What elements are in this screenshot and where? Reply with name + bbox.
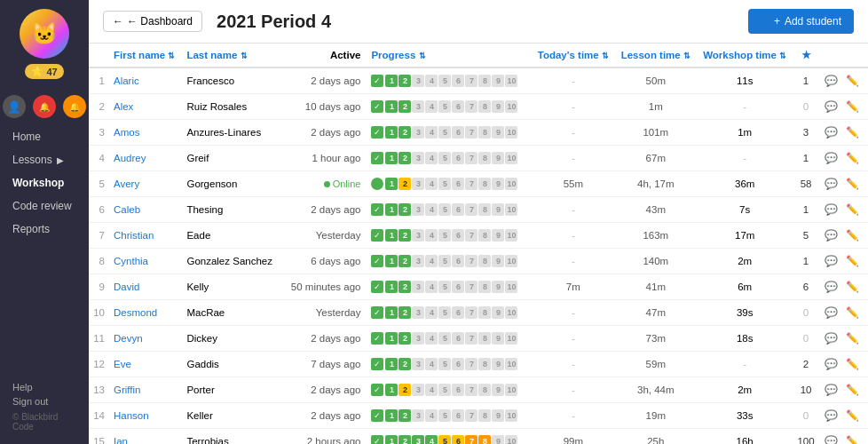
col-active: Active xyxy=(282,44,368,67)
col-first-name[interactable]: First name ⇅ xyxy=(110,44,183,67)
message-icon[interactable]: 💬 xyxy=(823,123,840,141)
edit-icon[interactable]: ✏️ xyxy=(844,432,862,444)
col-last-name[interactable]: Last name ⇅ xyxy=(183,44,281,67)
message-icon[interactable]: 💬 xyxy=(823,407,840,424)
message-icon[interactable]: 💬 xyxy=(823,278,840,296)
student-last-name: Dickey xyxy=(183,326,281,352)
student-workshop-time: 39s xyxy=(697,300,793,326)
student-first-name[interactable]: David xyxy=(110,274,183,300)
code-review-label: Code review xyxy=(12,200,72,212)
table-row: 10DesmondMacRaeYesterday✓12345678910-47m… xyxy=(89,300,868,326)
student-star-count: 0 xyxy=(793,403,819,429)
col-lesson-time[interactable]: Lesson time ⇅ xyxy=(615,44,697,67)
sidebar-item-home[interactable]: Home xyxy=(0,125,89,148)
student-first-name[interactable]: Griffin xyxy=(110,377,183,403)
edit-icon[interactable]: ✏️ xyxy=(844,175,862,193)
message-icon[interactable]: 💬 xyxy=(823,201,840,218)
student-first-name[interactable]: Audrey xyxy=(110,146,183,171)
student-todays-time: - xyxy=(532,403,615,429)
student-star-count: 0 xyxy=(793,326,819,352)
edit-icon[interactable]: ✏️ xyxy=(844,72,862,90)
student-first-name[interactable]: Amos xyxy=(110,120,183,146)
add-student-icon: 👤+ xyxy=(761,15,780,28)
sign-out-link[interactable]: Sign out xyxy=(12,396,76,407)
student-star-count: 0 xyxy=(793,94,819,120)
student-workshop-time: - xyxy=(697,352,793,377)
student-first-name[interactable]: Alaric xyxy=(110,67,183,94)
sidebar-item-code-review[interactable]: Code review xyxy=(0,194,89,218)
student-first-name[interactable]: Caleb xyxy=(110,197,183,223)
message-icon[interactable]: 💬 xyxy=(823,98,840,115)
edit-icon[interactable]: ✏️ xyxy=(844,123,862,141)
col-progress[interactable]: Progress ⇅ xyxy=(367,44,531,67)
edit-icon[interactable]: ✏️ xyxy=(844,201,862,218)
student-last-name: Porter xyxy=(183,377,281,403)
table-row: 7ChristianEadeYesterday✓12345678910-163m… xyxy=(89,223,868,249)
help-link[interactable]: Help xyxy=(12,382,76,392)
sidebar-item-lessons[interactable]: Lessons ▶ xyxy=(0,148,89,171)
row-number: 7 xyxy=(89,223,110,249)
message-icon[interactable]: 💬 xyxy=(823,72,840,90)
student-first-name[interactable]: Ian xyxy=(110,429,183,445)
sidebar-item-workshop[interactable]: Workshop xyxy=(0,171,89,194)
student-actions: 💬✏️ xyxy=(819,300,868,326)
student-first-name[interactable]: Christian xyxy=(110,223,183,249)
reports-label: Reports xyxy=(12,223,50,235)
student-first-name[interactable]: Eve xyxy=(110,352,183,377)
student-last-name: MacRae xyxy=(183,300,281,326)
student-first-name[interactable]: Avery xyxy=(110,171,183,197)
edit-icon[interactable]: ✏️ xyxy=(844,98,862,115)
bell-red-btn[interactable]: 🔔 xyxy=(33,95,56,118)
back-label: ← Dashboard xyxy=(127,15,193,28)
sidebar-item-reports[interactable]: Reports xyxy=(0,218,89,241)
table-row: 5AveryGorgenson Online1234567891055m4h, … xyxy=(89,171,868,197)
col-todays-time[interactable]: Today's time ⇅ xyxy=(532,44,615,67)
bell-orange-btn[interactable]: 🔔 xyxy=(63,95,86,118)
message-icon[interactable]: 💬 xyxy=(823,175,840,193)
student-star-count: 58 xyxy=(793,171,819,197)
student-first-name[interactable]: Cynthia xyxy=(110,249,183,274)
edit-icon[interactable]: ✏️ xyxy=(844,407,862,424)
student-progress: ✓12345678910 xyxy=(367,352,531,377)
col-workshop-time[interactable]: Workshop time ⇅ xyxy=(697,44,793,67)
message-icon[interactable]: 💬 xyxy=(823,226,840,244)
student-last-name: Ruiz Rosales xyxy=(183,94,281,120)
edit-icon[interactable]: ✏️ xyxy=(844,381,862,399)
table-row: 15IanTerrobias2 hours ago✓1234567891099m… xyxy=(89,429,868,445)
edit-icon[interactable]: ✏️ xyxy=(844,329,862,347)
student-first-name[interactable]: Desmond xyxy=(110,300,183,326)
edit-icon[interactable]: ✏️ xyxy=(844,355,862,373)
student-lesson-time: 3h, 44m xyxy=(615,377,697,403)
student-todays-time: - xyxy=(532,197,615,223)
student-first-name[interactable]: Hanson xyxy=(110,403,183,429)
student-first-name[interactable]: Alex xyxy=(110,94,183,120)
icon-row: 👤 🔔 🔔 xyxy=(0,95,89,118)
student-star-count: 3 xyxy=(793,120,819,146)
add-student-button[interactable]: 👤+ Add student xyxy=(748,9,854,34)
edit-icon[interactable]: ✏️ xyxy=(844,252,862,270)
edit-icon[interactable]: ✏️ xyxy=(844,304,862,321)
edit-icon[interactable]: ✏️ xyxy=(844,149,862,167)
student-lesson-time: 67m xyxy=(615,146,697,171)
back-button[interactable]: ← ← Dashboard xyxy=(103,11,202,32)
message-icon[interactable]: 💬 xyxy=(823,432,840,444)
message-icon[interactable]: 💬 xyxy=(823,355,840,373)
student-workshop-time: 2m xyxy=(697,377,793,403)
message-icon[interactable]: 💬 xyxy=(823,149,840,167)
edit-icon[interactable]: ✏️ xyxy=(844,278,862,296)
student-first-name[interactable]: Devyn xyxy=(110,326,183,352)
student-star-count: 1 xyxy=(793,67,819,94)
message-icon[interactable]: 💬 xyxy=(823,252,840,270)
student-progress: ✓12345678910 xyxy=(367,146,531,171)
edit-icon[interactable]: ✏️ xyxy=(844,226,862,244)
student-progress: ✓12345678910 xyxy=(367,67,531,94)
sidebar: 🐱 ⭐ 47 👤 🔔 🔔 Home Lessons ▶ Workshop Cod… xyxy=(0,0,89,444)
message-icon[interactable]: 💬 xyxy=(823,381,840,399)
student-active-time: 2 days ago xyxy=(282,403,368,429)
copyright: © Blackbird Code xyxy=(12,412,76,432)
message-icon[interactable]: 💬 xyxy=(823,329,840,347)
profile-icon-btn[interactable]: 👤 xyxy=(3,95,26,118)
student-last-name: Anzures-Linares xyxy=(183,120,281,146)
table-row: 6CalebThesing2 days ago✓12345678910-43m7… xyxy=(89,197,868,223)
message-icon[interactable]: 💬 xyxy=(823,304,840,321)
